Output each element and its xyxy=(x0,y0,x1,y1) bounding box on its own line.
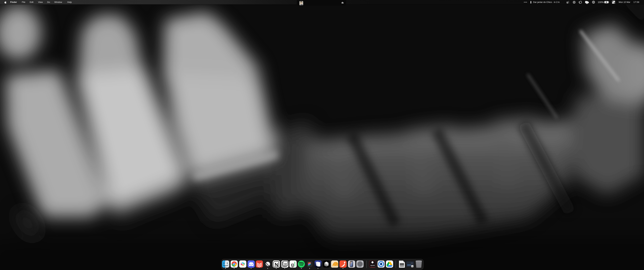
svg-text:g: g xyxy=(291,262,294,267)
svg-text:11: 11 xyxy=(412,266,413,267)
svg-text:10: 10 xyxy=(284,262,287,265)
svg-text:raycast: raycast xyxy=(370,265,375,266)
